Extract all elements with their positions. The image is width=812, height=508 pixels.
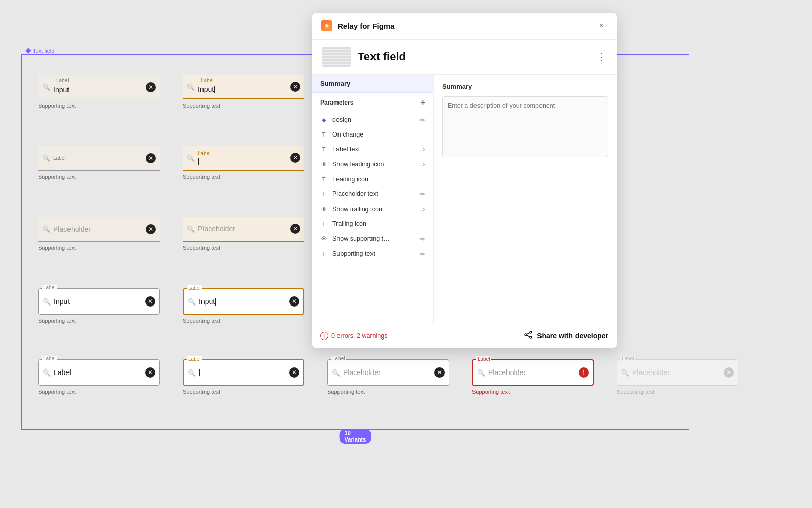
field-cell-4-1: Label 🔍 Input ✕ Supporting text [32,283,177,354]
param-item-show-supporting[interactable]: 👁 Show supporting t… ⇒ [312,231,433,246]
text-field-input-active[interactable]: Label 🔍 Input ✕ [183,75,304,99]
input-value: Input [199,297,286,306]
text-field-input-placeholder-active[interactable]: 🔍 Placeholder ✕ [183,217,304,242]
text-field-outlined-placeholder-inner[interactable]: Label 🔍 Placeholder ✕ [327,359,449,386]
float-label-disabled: Label [620,356,635,361]
summary-tab[interactable]: Summary [312,75,433,93]
supporting-text: Supporting text [183,389,304,395]
error-icon: ! [579,367,589,378]
text-field-placeholder-active: 🔍 Placeholder ✕ Supporting text [183,217,304,251]
canvas: Text field Label 🔍 Input ✕ Supporting te… [0,0,812,508]
variants-badge: 30 Variants [340,429,371,444]
eye-icon: 👁 [320,161,327,168]
text-field-label-active: 🔍 Label ✕ Supporting text [183,146,304,180]
text-field-outlined-placeholder: Label 🔍 Placeholder ✕ Supporting text [327,359,449,395]
clear-icon[interactable]: ✕ [290,82,300,92]
search-icon: 🔍 [187,83,195,91]
placeholder-text: Placeholder [343,368,431,377]
clear-icon[interactable]: ✕ [289,367,299,378]
share-with-developer-button[interactable]: Share with developer [524,330,608,342]
param-item-show-trailing[interactable]: 👁 Show trailing icon ⇒ [312,201,433,217]
field-cell-1-5 [611,70,755,141]
clear-icon[interactable]: ✕ [434,367,445,378]
text-field-outlined-label-inner[interactable]: Label 🔍 Label ✕ [38,359,160,386]
input-value: Input [53,86,143,94]
panel-header: Relay for Figma × [312,13,617,40]
clear-icon[interactable]: ✕ [290,224,300,234]
panel-title: Relay for Figma [337,22,590,30]
text-field-outlined-active-inner[interactable]: Label 🔍 Input ✕ [183,288,304,315]
supporting-text: Supporting text [38,245,160,251]
eye-icon: 👁 [320,206,327,213]
close-button[interactable]: × [595,20,607,32]
svg-line-3 [527,333,530,334]
text-field-input-placeholder[interactable]: 🔍 Placeholder ✕ [38,217,160,242]
text-field-filled-normal: Label 🔍 Input ✕ Supporting text [38,75,160,109]
text-field-outlined-cursor-inner[interactable]: Label 🔍 ✕ [183,359,304,386]
field-cell-5-2: Label 🔍 ✕ Supporting text [177,354,321,425]
search-icon: 🔍 [42,83,50,91]
arrow-icon: ⇒ [419,160,425,168]
summary-textarea[interactable] [442,96,608,157]
placeholder-text: Placeholder [198,225,287,233]
text-field-input-label-active[interactable]: 🔍 Label ✕ [183,146,304,171]
text-field-error: Label 🔍 Placeholder ! Supporting text [472,359,594,395]
supporting-text: Supporting text [183,245,304,251]
supporting-text: Supporting text [38,103,160,109]
frame-diamond-icon [25,48,31,53]
param-label: Show supporting t… [332,235,390,242]
text-field-outlined-inner[interactable]: Label 🔍 Input ✕ [38,288,160,315]
add-param-button[interactable]: + [421,98,425,107]
clear-icon[interactable]: ✕ [290,153,300,163]
param-item-design[interactable]: ◆ design ⇒ [312,112,433,127]
param-item-supporting-text[interactable]: T Supporting text ⇒ [312,246,433,261]
svg-point-0 [530,331,532,333]
supporting-text: Supporting text [38,318,160,324]
relay-panel: Relay for Figma × Text field ⋮ Summary P… [312,13,617,348]
search-icon: 🔍 [332,369,340,377]
clear-icon[interactable]: ✕ [145,296,155,307]
supporting-text: Supporting text [183,103,304,109]
component-thumbnail [322,47,351,67]
component-name: Text field [358,50,406,63]
float-label-error: Label [476,356,491,362]
param-item-on-change[interactable]: T On change [312,127,433,142]
field-cell-5-3: Label 🔍 Placeholder ✕ Supporting text [321,354,466,425]
param-item-leading-icon[interactable]: T Leading icon [312,172,433,186]
search-icon: 🔍 [43,369,51,377]
param-label: Placeholder text [332,190,378,197]
field-cell-3-2: 🔍 Placeholder ✕ Supporting text [177,212,321,283]
field-cell-5-5: Label 🔍 Placeholder ✕ Supporting text [611,354,755,425]
param-item-label-text[interactable]: T Label text ⇒ [312,142,433,157]
clear-icon[interactable]: ✕ [146,82,156,92]
param-item-show-leading[interactable]: 👁 Show leading icon ⇒ [312,157,433,172]
text-field-outlined-active: Label 🔍 Input ✕ Supporting text [183,288,304,324]
text-type-icon: T [320,250,327,257]
error-warning-text: 0 errors, 2 warnings [331,332,387,340]
float-label: Label [42,356,57,361]
arrow-icon: ⇒ [419,145,425,153]
param-label: design [332,116,351,123]
more-menu-button[interactable]: ⋮ [596,51,606,63]
arrow-icon: ⇒ [419,205,425,213]
float-label: Label [53,155,143,161]
clear-icon[interactable]: ✕ [145,367,155,378]
param-label: On change [332,131,363,138]
float-label: Label [42,285,57,290]
supporting-text: Supporting text [38,389,160,395]
text-field-error-inner[interactable]: Label 🔍 Placeholder ! [472,359,594,386]
arrow-icon: ⇒ [419,234,425,243]
field-cell-1-1: Label 🔍 Input ✕ Supporting text [32,70,177,141]
text-field-input-label[interactable]: 🔍 Label ✕ [38,146,160,171]
params-header: Parameters + [312,93,433,112]
text-field-outlined-label: Label 🔍 Label ✕ Supporting text [38,359,160,395]
param-item-trailing-icon[interactable]: T Trailing icon [312,217,433,231]
panel-footer: ! 0 errors, 2 warnings Share with develo… [312,324,617,348]
clear-icon[interactable]: ✕ [146,153,156,163]
clear-icon[interactable]: ✕ [289,296,299,307]
param-item-placeholder[interactable]: T Placeholder text ⇒ [312,186,433,201]
clear-icon[interactable]: ✕ [146,224,156,234]
search-icon: 🔍 [188,369,196,377]
float-label-active: Label [187,285,202,291]
text-field-input-area[interactable]: Label 🔍 Input ✕ [38,75,160,99]
